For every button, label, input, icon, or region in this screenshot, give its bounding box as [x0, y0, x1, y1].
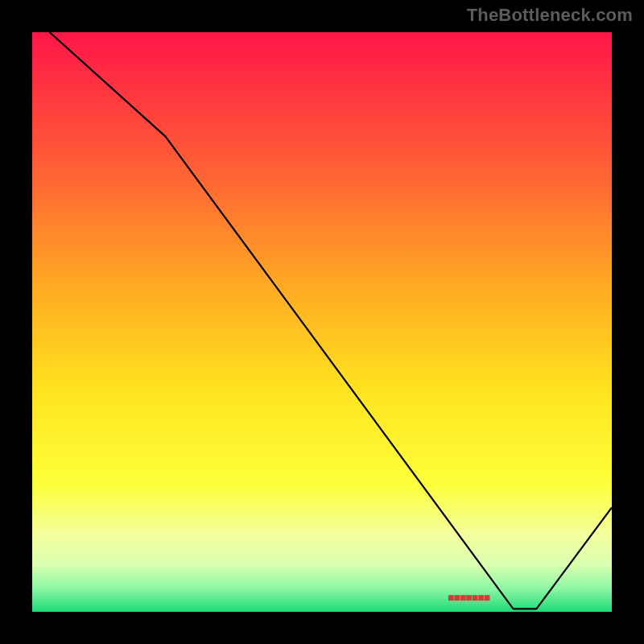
- curve-polyline: [50, 32, 612, 609]
- plot-area: ■■■■■■■: [32, 32, 612, 612]
- bottleneck-curve-line: [32, 32, 612, 612]
- chart-canvas: TheBottleneck.com ■■■■■■■: [0, 0, 644, 644]
- minimum-annotation-label: ■■■■■■■: [448, 591, 489, 604]
- watermark-label: TheBottleneck.com: [467, 5, 633, 26]
